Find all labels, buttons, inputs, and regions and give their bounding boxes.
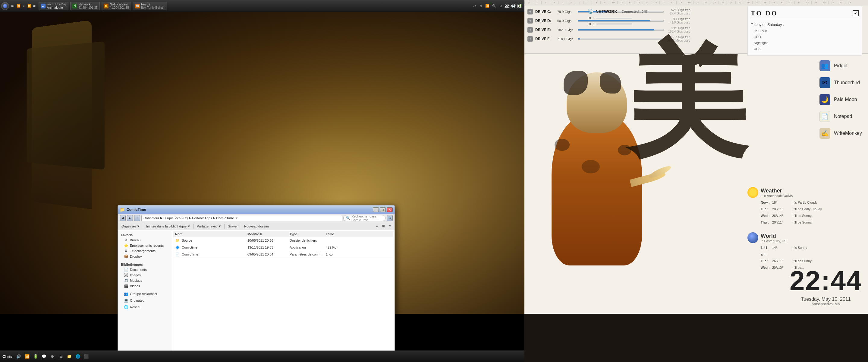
app-pidgin-row[interactable]: 👥 Pidgin	[819, 60, 862, 71]
address-bar[interactable]: Ordinateur ▶ Disque local (C:) ▶ Portabl…	[141, 215, 342, 221]
back-button[interactable]: ◀	[120, 215, 126, 221]
search-box[interactable]: 🔍 Rechercher dans : ComicTime	[343, 215, 385, 221]
tray-usb-icon[interactable]: 🔌	[491, 3, 497, 9]
toolbar-include[interactable]: Inclure dans la bibliothèque ▼	[145, 224, 192, 228]
media-prev-button[interactable]: ⏮	[11, 4, 15, 8]
app-thunderbird-row[interactable]: ✉ Thunderbird	[819, 77, 862, 88]
tray-shield-icon[interactable]: 🛡	[471, 3, 477, 9]
taskbar-top: ⏮ ⏪ ⏯ ⏩ ⏭ W Word of the Day Animalcule N…	[0, 0, 524, 12]
help-button[interactable]: ?	[388, 224, 392, 228]
images-icon: 🖼	[124, 273, 128, 277]
sidebar-item-downloads[interactable]: ⬇ Téléchargements	[118, 248, 172, 254]
bottom-icon-display[interactable]: 🖥	[58, 353, 64, 360]
start-button[interactable]	[1, 2, 9, 10]
sidebar-item-music[interactable]: 🎵 Musique	[118, 278, 172, 283]
sidebar-item-group[interactable]: 👥 Groupe résidentiel	[118, 291, 172, 297]
bottom-icon-settings[interactable]: ⚙	[49, 353, 56, 360]
explorer-titlebar: 📁 ComicTime – □ ✕	[118, 205, 395, 214]
bottom-icon-msg[interactable]: 💬	[41, 353, 47, 360]
media-play-button[interactable]: ⏯	[22, 4, 26, 8]
writemonkey-label: WriteMonkey	[834, 131, 862, 136]
minimize-button[interactable]: –	[373, 207, 379, 212]
bottom-icon-battery[interactable]: 🔋	[32, 353, 39, 360]
sidebar-item-recent[interactable]: ⭐ Emplacements récents	[118, 243, 172, 248]
sidebar-item-network[interactable]: 🌐 Réseau	[118, 304, 172, 310]
sidebar-item-videos[interactable]: 🎬 Vidéos	[118, 283, 172, 289]
docs-icon: 📄	[124, 268, 128, 272]
bottom-icon-volume[interactable]: 🔊	[16, 353, 22, 360]
maximize-button[interactable]: □	[380, 207, 386, 212]
docs-label: Documents	[130, 268, 147, 272]
feeds-button[interactable]: 📰 Feeds Box Turtle Bulletin	[133, 2, 167, 10]
search-button[interactable]: 🔍	[387, 215, 393, 221]
weather-temp-wed: 26°/14°	[772, 212, 790, 219]
sidebar-item-docs[interactable]: 📄 Documents	[118, 267, 172, 272]
addr-sep2: ▶	[189, 216, 191, 220]
addr-comictime: ComicTime	[216, 216, 234, 220]
up-button[interactable]: ↑	[134, 215, 140, 221]
weather-temp-thu: 20°/11°	[772, 219, 790, 226]
file-row-1[interactable]: 🔷 Comictime 13/11/2011 19:53 Application…	[173, 244, 393, 251]
ruler-tick-34: 34	[811, 1, 820, 4]
toolbar-new-folder[interactable]: Nouveau dossier	[243, 224, 270, 228]
notifications-label: Notifications	[110, 2, 129, 6]
clock-time: 22:44	[789, 266, 862, 297]
sidebar-item-dropbox[interactable]: 📦 Dropbox	[118, 254, 172, 259]
world-title: World	[761, 233, 786, 239]
notifications-button[interactable]: 🔔 Notifications 41.204.101.35	[101, 2, 131, 10]
network-taskbar-button[interactable]: N Network 41.204.101.35	[70, 2, 100, 10]
forward-button[interactable]: ▶	[127, 215, 133, 221]
app-palemoon-row[interactable]: 🌙 Pale Moon	[819, 94, 862, 105]
tray-mouse-icon[interactable]: 🖱	[478, 3, 484, 9]
notepad-label: Notepad	[834, 114, 852, 119]
network-taskbar-info: Network 41.204.101.35	[79, 2, 98, 9]
media-next-button[interactable]: ⏭	[33, 4, 37, 8]
close-button[interactable]: ✕	[387, 207, 393, 212]
file-type-0: Dossier de fichiers	[290, 239, 326, 242]
toolbar-burn[interactable]: Graver	[226, 224, 239, 228]
media-rewind-button[interactable]: ⏪	[16, 4, 21, 8]
bottom-icon-globe[interactable]: 🌐	[74, 353, 81, 360]
todo-title: TO DO	[751, 9, 778, 17]
tray-wifi-icon[interactable]: 📶	[485, 3, 490, 9]
ruler-tick-24: 24	[727, 1, 735, 4]
ruler-tick-22: 22	[710, 1, 718, 4]
file-row-2[interactable]: 📄 ComicTime 09/05/2011 20:34 Paramètres …	[173, 251, 393, 258]
sidebar-item-computer[interactable]: 💻 Ordinateur	[118, 298, 172, 303]
view-list-button[interactable]: ≡	[375, 224, 379, 228]
images-label: Images	[130, 273, 141, 277]
app-writemonkey-row[interactable]: ✍ WriteMonkey	[819, 128, 862, 139]
libraries-label: Bibliothèques	[118, 261, 172, 267]
bottom-tray: 🔊 📶 🔋 💬 ⚙ 🖥 📁 🌐 ⬛	[16, 353, 90, 360]
bottom-icon-folder[interactable]: 📁	[66, 353, 73, 360]
thunderbird-icon: ✉	[819, 77, 830, 88]
sidebar-item-images[interactable]: 🖼 Images	[118, 272, 172, 278]
view-grid-button[interactable]: ⊞	[381, 224, 386, 228]
sidebar-item-bureau[interactable]: 🖥 Bureau	[118, 238, 172, 243]
weather-day-tue: Tue :	[761, 206, 770, 212]
ruler-tick-30: 30	[778, 1, 786, 4]
app-notepad-row[interactable]: 📄 Notepad	[819, 111, 862, 122]
word-of-day-button[interactable]: W Word of the Day Animalcule	[38, 2, 68, 10]
world-widget: World in Foster City, US 6:41 am : 14° I…	[747, 232, 862, 271]
window-controls: – □ ✕	[373, 207, 393, 212]
world-desc-1: It'll be Sunny.	[793, 258, 812, 264]
todo-checkbox[interactable]: ✓	[852, 10, 859, 16]
media-forward-button[interactable]: ⏩	[27, 4, 32, 8]
dropbox-label: Dropbox	[130, 255, 143, 258]
bottom-icon-terminal[interactable]: ⬛	[83, 353, 90, 360]
ruler-tick-20: 20	[693, 1, 702, 4]
toolbar-share[interactable]: Partager avec ▼	[195, 224, 222, 228]
file-date-1: 13/11/2011 19:53	[247, 246, 290, 249]
tray-monitor-icon[interactable]: 🖥	[498, 3, 503, 9]
file-size-1: 429 Ko	[326, 246, 350, 249]
user-label: Chris	[2, 354, 12, 359]
file-date-0: 10/05/2011 20:56	[247, 239, 290, 242]
feeds-sub: Box Turtle Bulletin	[141, 6, 165, 9]
file-row-0[interactable]: 📁 Source 10/05/2011 20:56 Dossier de fic…	[173, 237, 393, 244]
share-chevron: ▼	[218, 224, 221, 228]
toolbar-organiser[interactable]: Organiser ▼	[120, 224, 141, 228]
world-day-0: 6:41 am :	[761, 244, 770, 258]
bottom-icon-wifi[interactable]: 📶	[24, 353, 30, 360]
ruler-tick-33: 33	[803, 1, 811, 4]
